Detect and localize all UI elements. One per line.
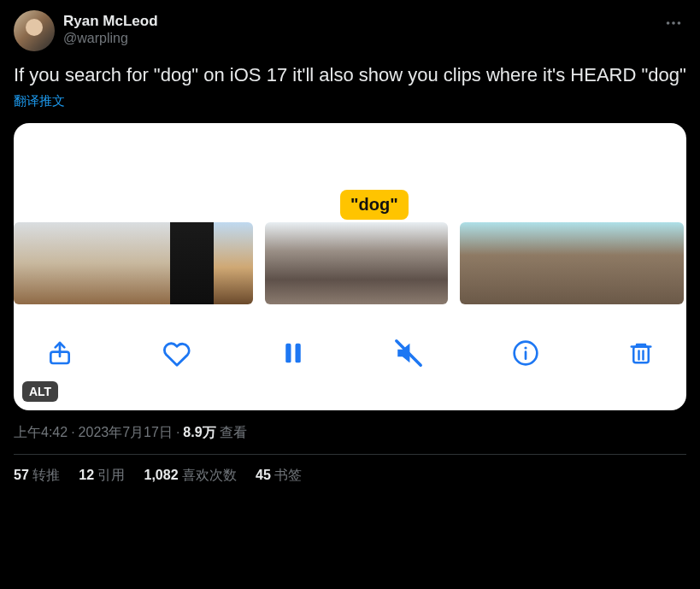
clip-frame — [214, 222, 253, 304]
svg-point-2 — [678, 21, 681, 25]
clip-frame — [265, 222, 326, 304]
clip-frame — [170, 222, 215, 304]
share-icon — [46, 339, 74, 367]
like-button[interactable] — [162, 339, 191, 368]
media-card[interactable]: "dog" — [14, 123, 686, 410]
clip-frame — [53, 222, 92, 304]
clip-frame — [497, 222, 535, 304]
handle[interactable]: @warpling — [63, 30, 158, 47]
display-name[interactable]: Ryan McLeod — [63, 12, 158, 30]
more-button[interactable] — [661, 10, 686, 36]
pause-icon — [280, 340, 306, 366]
meta-sep: · — [176, 425, 179, 440]
svg-rect-5 — [295, 343, 300, 362]
clip-frame — [326, 222, 386, 304]
stat-count: 12 — [79, 468, 94, 482]
clip-frame — [91, 222, 131, 304]
share-button[interactable] — [46, 339, 74, 367]
svg-point-0 — [667, 21, 670, 25]
clip-frame — [572, 222, 609, 304]
clip-1[interactable] — [14, 222, 253, 304]
meta-sep: · — [71, 425, 74, 440]
clip-frame — [534, 222, 572, 304]
translate-link[interactable]: 翻译推文 — [14, 93, 65, 109]
author-names: Ryan McLeod @warpling — [63, 10, 158, 47]
mute-button[interactable] — [394, 339, 423, 368]
stat-label: 书签 — [271, 468, 302, 482]
speaker-muted-icon — [394, 339, 423, 368]
bookmarks-stat[interactable]: 45 书签 — [256, 467, 302, 485]
info-icon — [512, 339, 539, 367]
heart-icon — [162, 339, 191, 368]
stat-label: 转推 — [29, 468, 60, 482]
clip-frame — [131, 222, 170, 304]
clip-3[interactable] — [460, 222, 684, 304]
tweet-text: If you search for "dog" on iOS 17 it'll … — [14, 63, 686, 88]
caption-bubble: "dog" — [340, 190, 409, 220]
trash-button[interactable] — [628, 340, 654, 366]
stat-count: 1,082 — [144, 468, 179, 482]
stat-count: 57 — [14, 468, 29, 482]
media-controls — [14, 323, 686, 383]
tweet-meta: 上午4:42 · 2023年7月17日 · 8.9万 查看 — [14, 424, 686, 442]
clip-frame — [609, 222, 647, 304]
clip-frame — [460, 222, 497, 304]
clip-frame — [14, 222, 53, 304]
retweets-stat[interactable]: 57 转推 — [14, 467, 60, 485]
date[interactable]: 2023年7月17日 — [79, 424, 173, 442]
svg-rect-10 — [633, 346, 649, 362]
ellipsis-icon — [664, 14, 683, 32]
stat-label: 引用 — [94, 468, 125, 482]
tweet-container: Ryan McLeod @warpling If you search for … — [0, 0, 700, 488]
timestamp[interactable]: 上午4:42 — [14, 424, 68, 442]
alt-badge[interactable]: ALT — [22, 381, 58, 402]
svg-point-9 — [525, 346, 527, 349]
views-label: 查看 — [220, 424, 247, 442]
stat-label: 喜欢次数 — [179, 468, 237, 482]
svg-point-1 — [672, 21, 675, 25]
clip-2[interactable] — [265, 222, 448, 304]
likes-stat[interactable]: 1,082 喜欢次数 — [144, 467, 238, 485]
tweet-stats: 57 转推 12 引用 1,082 喜欢次数 45 书签 — [14, 455, 686, 488]
clip-frame — [387, 222, 448, 304]
video-timeline[interactable] — [14, 222, 686, 304]
stat-count: 45 — [256, 468, 271, 482]
views-count: 8.9万 — [183, 424, 215, 442]
tweet-header: Ryan McLeod @warpling — [14, 10, 686, 51]
trash-icon — [628, 340, 654, 366]
svg-rect-4 — [285, 343, 291, 362]
caption-area: "dog" — [14, 123, 686, 222]
quotes-stat[interactable]: 12 引用 — [79, 467, 125, 485]
pause-button[interactable] — [280, 340, 306, 366]
avatar[interactable] — [14, 10, 55, 51]
info-button[interactable] — [512, 339, 539, 367]
clip-frame — [646, 222, 684, 304]
